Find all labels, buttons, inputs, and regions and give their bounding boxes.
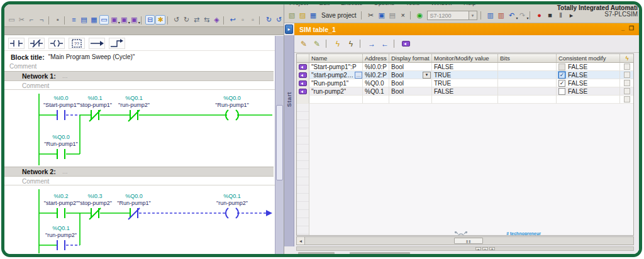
name-cell[interactable]: "start-pump2…… bbox=[309, 71, 363, 79]
undo-icon[interactable]: ↶▾ bbox=[507, 11, 517, 20]
row-action-checkbox[interactable] bbox=[624, 72, 630, 78]
goto-previous-icon[interactable]: ⇄ bbox=[192, 15, 201, 25]
copy-icon[interactable]: ▣ bbox=[377, 11, 387, 20]
monitoring-glasses-icon[interactable]: ✱ bbox=[155, 15, 165, 25]
monitor-value-cell[interactable]: TRUE bbox=[432, 79, 498, 87]
coil-run-pump1[interactable]: %Q0.0 "Run-pump1" bbox=[139, 95, 272, 120]
connect-icon[interactable]: ⌐ bbox=[27, 15, 36, 25]
lad-vertical-scrollbar[interactable] bbox=[275, 36, 284, 254]
branch-contact-run-pump2[interactable]: %Q0.1 "run-pump2" bbox=[39, 213, 80, 250]
block-comment[interactable]: Comment bbox=[4, 62, 275, 70]
stop-icon[interactable]: ■ bbox=[545, 11, 555, 20]
record-icon[interactable]: ● bbox=[535, 11, 545, 20]
write-back-tags-icon[interactable]: ← bbox=[379, 38, 391, 49]
expand-panel-button[interactable]: ▸ bbox=[285, 25, 293, 34]
column-header-col0[interactable] bbox=[297, 54, 309, 62]
power-icon[interactable]: ◉ bbox=[415, 11, 425, 20]
no-contact-favorite-icon[interactable] bbox=[8, 38, 25, 49]
network-comments-icon[interactable]: ▭ bbox=[99, 15, 109, 25]
save-project-button[interactable]: Save project bbox=[319, 12, 359, 19]
float-window-icon[interactable]: ❐ bbox=[629, 25, 634, 31]
contact-stop-pump2[interactable]: %I0.3 "stop-pump2" bbox=[78, 193, 130, 219]
open-project-icon[interactable]: ▨ bbox=[297, 11, 308, 20]
call-environment-icon[interactable]: ↺ bbox=[172, 15, 181, 25]
format-cell[interactable]: Bool bbox=[389, 63, 432, 71]
sync-icon[interactable]: ↺ bbox=[274, 15, 284, 25]
branch-contact-run-pump1[interactable]: %Q0.0 "Run-pump1" bbox=[39, 115, 80, 159]
menu-window[interactable]: Window bbox=[431, 4, 452, 6]
address-cell[interactable]: %I0.0:P bbox=[363, 63, 389, 71]
modify-all-selected-icon[interactable]: ϟ bbox=[345, 38, 357, 49]
insert-row-icon[interactable]: ✎ bbox=[298, 38, 309, 49]
splitter-up-icon[interactable]: ▴ bbox=[475, 247, 481, 250]
format-cell[interactable]: Bool▼ bbox=[389, 71, 432, 79]
save-project-icon[interactable]: ▦ bbox=[308, 11, 318, 20]
delete-network-icon[interactable]: ✂ bbox=[17, 15, 26, 25]
monitor-value-cell[interactable]: TRUE bbox=[432, 71, 498, 79]
modify-checkbox[interactable]: ✓ bbox=[558, 72, 565, 79]
table-row[interactable]: "Start-pump1":P%I0.0:PBoolFALSEFALSE bbox=[297, 63, 633, 71]
row-action-cell[interactable] bbox=[620, 79, 634, 87]
bits-cell[interactable] bbox=[498, 71, 557, 79]
splitter-mid-icon[interactable]: ▪ bbox=[482, 247, 488, 250]
contact-stop-pump1[interactable]: %I0.1 "stop-pump1" bbox=[78, 95, 112, 121]
sim-table-titlebar[interactable]: SIM table_1 _ ❐ bbox=[294, 23, 639, 35]
start-side-tab[interactable]: Start bbox=[284, 35, 294, 246]
menu-options[interactable]: Options bbox=[374, 4, 394, 6]
menu-tools[interactable]: Tools bbox=[406, 4, 419, 6]
table-row[interactable]: "start-pump2……%I0.2:PBool▼TRUE✓FALSE bbox=[297, 71, 633, 79]
column-header-name[interactable]: Name bbox=[309, 54, 363, 62]
row-action-checkbox[interactable] bbox=[624, 80, 630, 86]
consistent-modify-cell[interactable] bbox=[557, 96, 620, 104]
jump-start-icon[interactable]: ↩ bbox=[228, 15, 238, 25]
insert-network-icon[interactable]: ▭ bbox=[7, 15, 16, 25]
address-cell[interactable]: %Q0.0 bbox=[363, 79, 389, 87]
row-action-checkbox[interactable] bbox=[624, 63, 630, 70]
new-project-icon[interactable]: ▧ bbox=[287, 11, 297, 20]
minimize-icon[interactable]: _ bbox=[621, 25, 625, 31]
disconnect-icon[interactable]: ¬ bbox=[37, 15, 47, 25]
consistent-modify-cell[interactable]: ✓FALSE bbox=[557, 79, 620, 87]
splitter-bar[interactable]: ▴ ▪ ▾ bbox=[296, 246, 634, 251]
network-1-header[interactable]: Network 1:… bbox=[4, 71, 274, 81]
close-branch-favorite-icon[interactable] bbox=[109, 38, 125, 49]
menu-help[interactable]: Help bbox=[464, 4, 476, 6]
column-header--[interactable]: ϟ bbox=[620, 54, 634, 62]
row-action-checkbox[interactable] bbox=[624, 96, 630, 102]
open-branch-favorite-icon[interactable] bbox=[89, 38, 105, 49]
modify-checkbox[interactable]: ✓ bbox=[558, 80, 565, 87]
compile-icon[interactable]: ▪ bbox=[53, 15, 62, 25]
cpu-selector[interactable]: S7-1200▾ bbox=[427, 11, 477, 20]
tag-icon[interactable] bbox=[400, 38, 411, 49]
operand-table-icon[interactable]: ▤ bbox=[79, 15, 89, 25]
consistent-modify-cell[interactable]: ✓FALSE bbox=[557, 71, 620, 79]
name-cell[interactable] bbox=[309, 96, 363, 104]
scrollbar-thumb[interactable]: ▮▮ bbox=[454, 238, 483, 244]
coil-favorite-icon[interactable] bbox=[48, 38, 65, 49]
row-action-cell[interactable] bbox=[620, 96, 634, 104]
expand-boxes-icon[interactable]: ⊟ bbox=[145, 15, 155, 25]
splitter-down-icon[interactable]: ▾ bbox=[489, 247, 495, 250]
format-cell[interactable] bbox=[389, 96, 432, 104]
table-row[interactable]: "run-pump2"%Q0.1BoolFALSEFALSE bbox=[297, 87, 633, 96]
table-row[interactable] bbox=[297, 96, 633, 104]
delete-icon[interactable]: × bbox=[398, 11, 408, 20]
network-1-comment[interactable]: Comment bbox=[4, 82, 275, 90]
menu-project[interactable]: Project bbox=[289, 4, 308, 6]
format-dropdown-icon[interactable]: ▼ bbox=[423, 72, 431, 79]
tag-browse-button[interactable]: … bbox=[355, 72, 362, 79]
window-split2-icon[interactable]: ▥ bbox=[496, 11, 506, 20]
name-cell[interactable]: "run-pump2" bbox=[309, 87, 363, 96]
table-row[interactable]: "Run-pump1"%Q0.0BoolTRUE✓FALSE bbox=[297, 79, 633, 87]
monitor-value-cell[interactable] bbox=[432, 96, 498, 104]
format-cell[interactable]: Bool bbox=[389, 87, 432, 96]
block-title-value[interactable]: "Main Program Sweep (Cycle)" bbox=[48, 53, 135, 60]
contact-start-pump1[interactable]: %I0.0 "Start-pump1" bbox=[39, 95, 80, 120]
open-branch-icon[interactable]: ▣▾ bbox=[109, 15, 119, 25]
modify-checkbox[interactable] bbox=[558, 88, 565, 95]
name-cell[interactable]: "Run-pump1" bbox=[309, 79, 363, 87]
row-action-checkbox[interactable] bbox=[624, 88, 630, 94]
address-cell[interactable]: %I0.2:P bbox=[363, 71, 389, 79]
row-header[interactable] bbox=[297, 71, 309, 79]
coil-run-pump2[interactable]: %Q0.1 "run-pump2" bbox=[216, 193, 272, 218]
